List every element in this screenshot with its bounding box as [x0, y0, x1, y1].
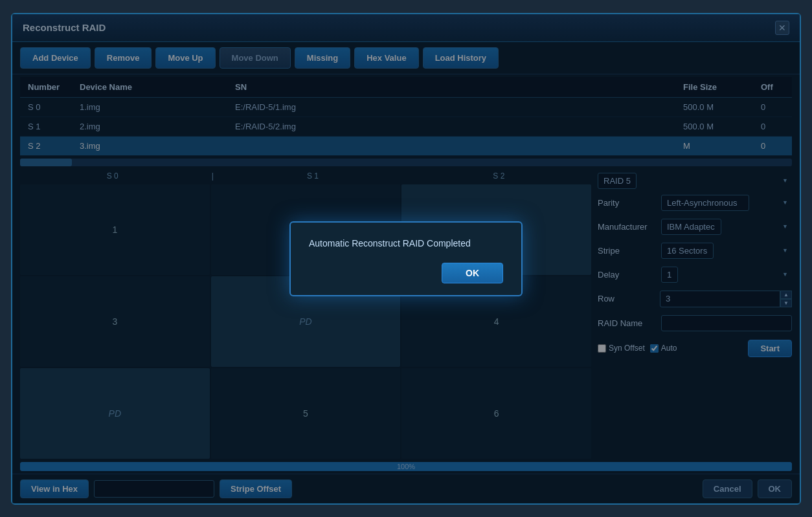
modal-overlay: Automatic Reconstruct RAID Completed OK: [12, 14, 800, 503]
modal-footer: OK: [309, 263, 503, 283]
modal-message: Automatic Reconstruct RAID Completed: [309, 238, 503, 248]
main-window: Reconstruct RAID ✕ Add Device Remove Mov…: [11, 13, 801, 505]
modal-dialog: Automatic Reconstruct RAID Completed OK: [289, 221, 523, 296]
modal-ok-button[interactable]: OK: [442, 263, 503, 283]
